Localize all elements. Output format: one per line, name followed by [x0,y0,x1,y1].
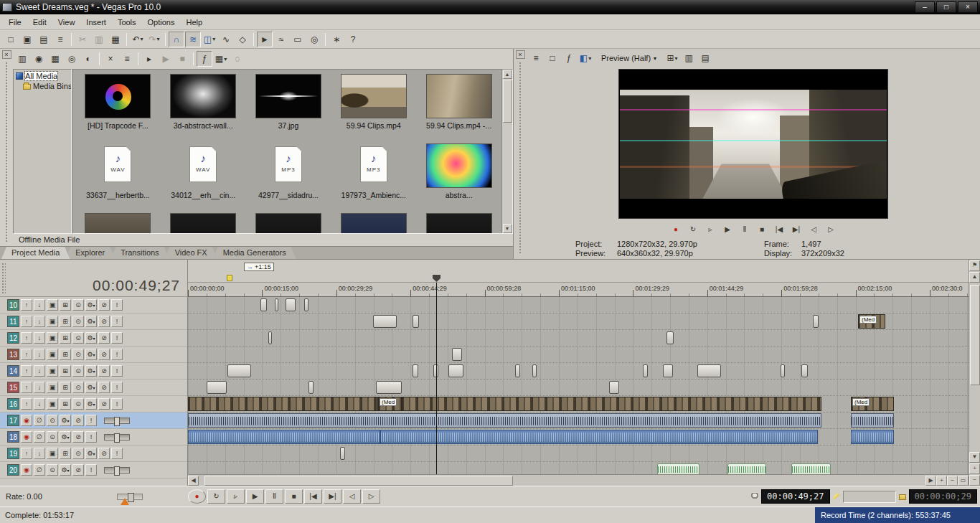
volume-fader[interactable] [104,418,130,424]
scroll-down-icon[interactable]: ▼ [503,224,512,233]
zoom-out-time-button[interactable]: − [947,476,958,486]
transport-previous-frame-button[interactable]: ◁ [806,224,821,235]
track-make-compositing-parent-button[interactable]: ↓ [34,448,45,459]
minimize-button[interactable]: – [915,1,935,13]
scroll-left-icon[interactable]: ◀ [188,476,199,486]
timeline-event[interactable] [663,364,673,377]
media-item[interactable]: ♪WAV34012__erh__cin... [161,141,246,210]
transport-loop-playback-button[interactable]: ↻ [207,489,225,504]
track-automation-settings-button[interactable]: ⊙ [72,332,84,344]
search-media-button[interactable]: ◌ [230,51,245,67]
track-automation-settings-button[interactable]: ⊙ [72,349,84,360]
track-compositing-mode-button[interactable]: ⚙▾ [85,316,97,327]
media-properties-button[interactable]: ≡ [119,51,135,67]
views-button[interactable]: ▦▾ [213,51,229,67]
transport-stop-button[interactable]: ■ [755,224,770,235]
track-automation-settings-button[interactable]: ⊙ [72,316,84,327]
timeline-event[interactable] [609,381,619,394]
track-solo-button[interactable]: ! [111,349,123,360]
track-make-compositing-child-button[interactable]: ↑ [21,398,32,410]
track-automation-settings-button[interactable]: ⊙ [47,431,58,443]
timeline-event[interactable] [268,331,272,344]
scroll-right-icon[interactable]: ▶ [925,476,936,486]
zoom-out-tracks-button[interactable]: − [969,475,980,486]
timeline-event[interactable] [781,364,785,377]
zoom-in-tracks-button[interactable]: + [969,463,980,474]
transport-pause-button[interactable]: Ⅱ [738,224,753,235]
remove-all-unused-media-button[interactable]: × [103,51,118,67]
menu-view[interactable]: View [52,16,81,29]
track-make-compositing-parent-button[interactable]: ↓ [34,349,45,360]
timeline-event[interactable] [207,381,227,394]
get-media-from-the-web-button[interactable]: ◐ [80,51,96,67]
timeline-event[interactable] [308,381,314,394]
selection-edit-tool-button[interactable]: ▭ [290,32,306,47]
zoom-in-time-button[interactable]: + [936,476,947,486]
media-item[interactable]: 59.94 Clips.mp4 [331,71,416,141]
transport-stop-button[interactable]: ■ [285,489,303,504]
timeline-event[interactable] [286,298,296,311]
transport-play-from-start-button[interactable]: ▹ [703,224,718,235]
media-item[interactable]: abstra... [416,141,501,210]
track-compositing-mode-button[interactable]: ⚙▾ [85,299,97,311]
track-header-19[interactable]: 19↑↓▣⊞⊙⚙▾⊘! [0,446,187,462]
track-arm-for-record-button[interactable]: ◉ [21,415,32,426]
tree-item-all-media[interactable]: All Media [14,71,70,81]
media-fx-button[interactable]: ƒ [197,51,212,67]
track-make-compositing-parent-button[interactable]: ↓ [34,382,45,393]
timeline-event[interactable] [657,463,699,474]
track-automation-settings-button[interactable]: ⊙ [72,365,84,377]
menu-tools[interactable]: Tools [112,16,142,29]
track-arm-for-record-button[interactable]: ◉ [21,431,32,443]
transport-next-frame-button[interactable]: ▷ [362,489,380,504]
timeline-event[interactable] [666,331,674,344]
track-mute-button[interactable]: ⊘ [72,431,84,443]
timeline-event[interactable]: (Med [378,397,402,411]
start-preview-button[interactable]: ▶ [158,51,174,67]
transport-pause-button[interactable]: Ⅱ [265,489,283,504]
timeline-horizontal-scrollbar[interactable]: ◀ ▶ + − ▭ [188,474,969,486]
import-media-button[interactable]: ▥ [14,51,30,67]
hscroll-track[interactable] [199,476,925,486]
transport-go-to-start-button[interactable]: |◀ [304,489,322,504]
track-automation-settings-button[interactable]: ⊙ [47,415,58,426]
track-lane-13[interactable] [188,347,969,363]
track-track-fx-button[interactable]: ⊞ [60,299,71,311]
track-compositing-mode-button[interactable]: ⚙▾ [85,398,97,410]
track-lane-18[interactable] [188,429,969,446]
paste-button[interactable]: ▦ [108,32,123,47]
timeline-event[interactable] [402,397,821,411]
timeline-event[interactable] [813,315,819,328]
timeline-event[interactable] [727,463,766,474]
stop-preview-button[interactable]: ■ [174,51,190,67]
timeline-event[interactable] [448,364,463,377]
track-mute-button[interactable]: ⊘ [98,448,110,459]
track-track-motion-button[interactable]: ▣ [47,365,58,377]
media-item[interactable] [416,210,501,233]
project-video-properties-button[interactable]: ≡ [528,50,544,66]
track-header-20[interactable]: 20◉∅⊙⚙▾⊘! [0,462,187,479]
normal-edit-tool-button[interactable]: ► [257,32,273,47]
lock-envelopes-to-events-button[interactable]: ∿ [218,32,234,47]
media-item[interactable]: ♪WAV33637__herbertb... [75,141,161,210]
track-automation-settings-button[interactable]: ⊙ [47,464,58,476]
track-track-motion-button[interactable]: ▣ [47,382,58,393]
timeline-event[interactable] [791,463,831,474]
track-mute-button[interactable]: ⊘ [98,332,110,344]
scrollbar-thumb[interactable] [503,80,512,123]
menu-edit[interactable]: Edit [27,16,52,29]
volume-fader[interactable] [104,434,130,440]
track-make-compositing-parent-button[interactable]: ↓ [34,365,45,377]
save-snapshot-button[interactable]: ▤ [697,50,713,66]
timeline-event[interactable] [851,430,894,444]
timeline-event[interactable] [413,315,419,328]
media-item[interactable]: 59.94 Clips.mp4 -... [416,71,501,141]
track-track-fx-button[interactable]: ⊞ [60,316,71,327]
track-header-18[interactable]: 18◉∅⊙⚙▾⊘! [0,429,187,446]
tab-project-media[interactable]: Project Media [1,247,70,259]
close-button[interactable]: × [958,1,978,13]
current-time-display[interactable]: 00:00:49;27 [761,489,829,504]
track-make-compositing-parent-button[interactable]: ↓ [34,299,45,311]
track-mute-button[interactable]: ⊘ [98,398,110,410]
tab-media-generators[interactable]: Media Generators [213,247,296,259]
